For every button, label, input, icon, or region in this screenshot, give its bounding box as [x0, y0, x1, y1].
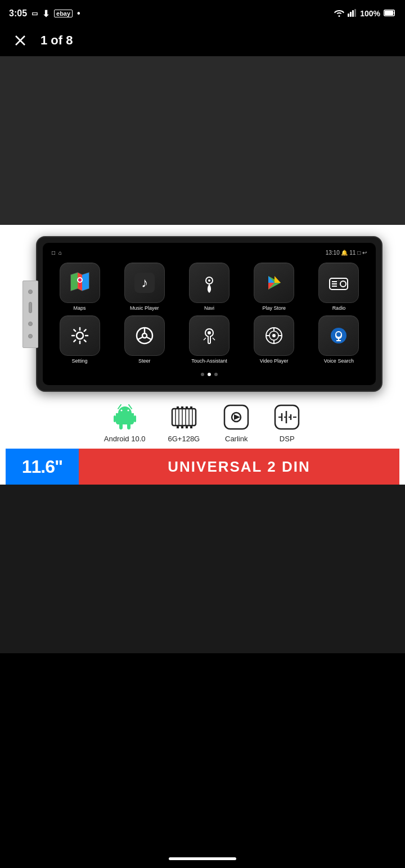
app-touch[interactable]: Touch-Assistant	[179, 315, 239, 364]
battery-icon	[384, 9, 396, 18]
top-dark-area	[0, 56, 405, 225]
device-status-right: 13:10 🔔 11 □ ↩	[326, 250, 367, 256]
steer-icon-container	[124, 315, 165, 356]
device-home-icon: ⌂	[58, 250, 62, 256]
status-left: 3:05 ▭ ⬇ ebay •	[9, 8, 80, 19]
bracket-hole-3	[28, 334, 33, 338]
memory-label: 6G+128G	[168, 435, 200, 443]
dot-1[interactable]	[201, 373, 204, 376]
svg-rect-46	[134, 415, 136, 422]
svg-rect-63	[181, 426, 183, 428]
navi-icon-container	[189, 263, 230, 303]
settings-icon	[69, 324, 91, 347]
banner-description: UNIVERSAL 2 DIN	[79, 449, 399, 485]
app-grid: Maps ♪ Music Player	[47, 258, 371, 368]
maps-icon-container	[60, 263, 100, 303]
touch-assistant-icon	[198, 324, 220, 347]
dsp-label: DSP	[280, 435, 295, 443]
page-counter: 1 of 8	[40, 33, 73, 48]
svg-marker-11	[82, 273, 89, 291]
setting-label: Setting	[72, 358, 88, 364]
feature-carlink: Carlink	[222, 403, 250, 443]
app-voice[interactable]: Voice Search	[309, 315, 369, 364]
app-playstore[interactable]: Play Store	[244, 263, 304, 311]
app-radio[interactable]: Radio	[309, 263, 369, 311]
time-display: 3:05	[9, 8, 27, 19]
playstore-label: Play Store	[262, 305, 286, 311]
app-video[interactable]: Video Player	[244, 315, 304, 364]
dsp-icon	[273, 403, 301, 431]
touch-label: Touch-Assistant	[191, 358, 227, 364]
app-steer[interactable]: Steer	[114, 315, 174, 364]
device-window-icon: □	[52, 250, 55, 256]
svg-point-23	[340, 281, 346, 287]
steering-wheel-icon	[133, 324, 156, 347]
svg-point-13	[78, 278, 82, 282]
app-navi[interactable]: Navi	[179, 263, 239, 311]
svg-rect-1	[350, 12, 352, 17]
car-stereo-screen: □ ⌂ 13:10 🔔 11 □ ↩	[36, 236, 382, 392]
bracket-slot	[29, 302, 32, 313]
music-icon-container: ♪	[124, 263, 165, 303]
svg-rect-3	[354, 9, 356, 17]
device-status-bar: □ ⌂ 13:10 🔔 11 □ ↩	[47, 247, 371, 258]
svg-rect-61	[190, 406, 192, 409]
notification-icon: ▭	[32, 10, 38, 17]
video-player-icon	[263, 324, 285, 347]
svg-rect-62	[177, 426, 179, 428]
feature-dsp: DSP	[273, 403, 301, 443]
svg-point-29	[142, 333, 147, 338]
carlink-label: Carlink	[225, 435, 248, 443]
svg-rect-64	[186, 426, 188, 428]
svg-marker-21	[274, 276, 281, 283]
playstore-icon	[263, 272, 285, 294]
battery-text: 100%	[360, 9, 380, 18]
svg-rect-45	[114, 415, 116, 422]
product-banner: 11.6" UNIVERSAL 2 DIN	[6, 449, 399, 485]
dot-2[interactable]	[208, 373, 211, 376]
maps-label: Maps	[74, 305, 86, 311]
android-icon	[111, 403, 139, 431]
wifi-icon	[334, 9, 344, 19]
home-indicator[interactable]	[169, 857, 236, 860]
svg-rect-2	[352, 10, 354, 17]
download-icon: ⬇	[42, 8, 50, 19]
voice-icon-container	[318, 315, 359, 356]
voice-label: Voice Search	[324, 358, 354, 364]
video-icon-container	[254, 315, 294, 356]
device-status-left: □ ⌂	[52, 250, 62, 256]
bottom-nav	[0, 849, 405, 868]
svg-rect-60	[186, 406, 188, 409]
svg-rect-58	[177, 406, 179, 409]
steer-label: Steer	[138, 358, 151, 364]
svg-point-17	[208, 279, 210, 282]
close-button[interactable]	[9, 29, 32, 52]
app-music[interactable]: ♪ Music Player	[114, 263, 174, 311]
description-text: UNIVERSAL 2 DIN	[168, 458, 310, 476]
dot-indicator: •	[77, 8, 80, 19]
svg-marker-68	[234, 414, 240, 420]
music-icon: ♪	[133, 272, 156, 294]
status-bar: 3:05 ▭ ⬇ ebay • 100%	[0, 0, 405, 25]
app-maps[interactable]: Maps	[50, 263, 110, 311]
dot-3[interactable]	[214, 373, 218, 376]
product-section: □ ⌂ 13:10 🔔 11 □ ↩	[0, 225, 405, 485]
video-label: Video Player	[260, 358, 289, 364]
radio-label: Radio	[332, 305, 346, 311]
mounting-bracket	[22, 281, 38, 348]
svg-rect-65	[190, 426, 192, 428]
ebay-badge: ebay	[54, 10, 73, 17]
nav-bar: 1 of 8	[0, 25, 405, 56]
playstore-icon-container	[254, 263, 294, 303]
svg-point-50	[127, 410, 129, 412]
feature-android: Android 10.0	[104, 403, 146, 443]
bottom-dark-area	[0, 485, 405, 653]
music-label: Music Player	[130, 305, 159, 311]
svg-rect-0	[348, 13, 349, 17]
svg-rect-59	[181, 406, 183, 409]
svg-point-33	[208, 331, 211, 334]
carlink-icon	[222, 403, 250, 431]
app-setting[interactable]: Setting	[50, 315, 110, 364]
status-right: 100%	[334, 9, 396, 19]
bracket-hole-2	[28, 322, 33, 326]
